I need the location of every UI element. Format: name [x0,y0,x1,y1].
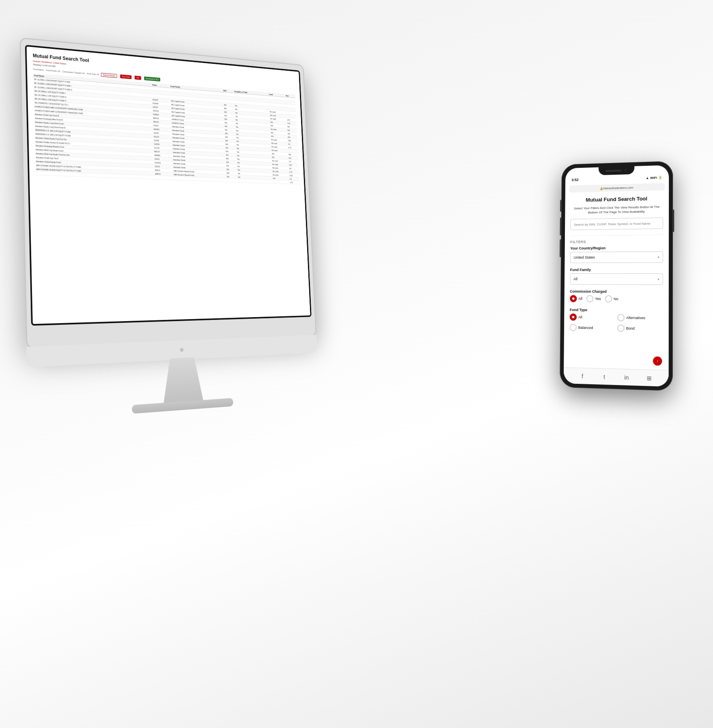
phone-device: 3:52 ▲ WiFi 🔋 🔒 interactivebrokers.com M… [560,161,673,391]
commission-no-label: No [613,297,618,301]
country-select-wrap: United States ▾ [570,252,663,263]
country-select[interactable]: United States ▾ [570,252,663,263]
chevron-down-icon: ▾ [658,255,659,259]
web-app-content: Mutual Fund Search Tool Investor Residen… [27,47,310,324]
notch-speaker [606,170,622,172]
phone-notch [598,166,634,175]
fund-type-bond[interactable]: Bond [617,325,663,333]
fund-family-select-wrap: All ▾ [570,273,663,285]
imac-housing: Mutual Fund Search Tool Investor Residen… [19,37,316,348]
investor-value: United States [53,61,66,65]
fund-type-all-radio[interactable] [570,313,577,321]
fund-type-bond-label: Bond [626,326,634,330]
funds-table: Fund Name Ticker Fund Family NAV Availab… [33,73,299,184]
fund-type-all-label: All [578,315,582,320]
fund-name-filter: Fund Name [33,68,44,71]
fund-type-alternatives[interactable]: Alternatives [617,314,663,322]
imac-device: Mutual Fund Search Tool Investor Residen… [19,37,334,481]
fund-type-bond-radio[interactable] [617,325,624,332]
phone-page-title: Mutual Fund Search Tool [571,195,663,203]
country-value: United States [574,256,595,260]
commission-all-label: All [578,297,582,301]
country-label: Your Country/Region [570,246,663,251]
commission-filter: Commission Charged: All [62,70,85,74]
divider-1 [570,235,663,236]
phone-housing: 3:52 ▲ WiFi 🔋 🔒 interactivebrokers.com M… [560,161,673,391]
phone-page-subtitle: Select Your Filters And Click The View R… [571,205,663,215]
mute-button [560,200,561,212]
refresh-results-button[interactable]: Refresh Results [101,73,117,78]
phone-bottom-bar: f t in ⊞ [564,367,669,387]
filters-section-label: FILTERS [570,239,663,244]
commission-label: Commission Charged [570,290,663,294]
front-camera [624,169,627,172]
fund-type-label: Fund Type [570,308,663,313]
fund-type-balanced-label: Balanced [578,326,593,330]
volume-up-button [560,218,561,235]
lock-icon: 🔒 [600,186,603,190]
commission-yes[interactable]: Yes [586,295,601,303]
fund-type-alternatives-radio[interactable] [617,314,624,322]
phone-url: interactivebrokers.com [603,186,633,190]
volume-down-button [560,239,561,257]
phone-address-bar[interactable]: 🔒 interactivebrokers.com [569,183,664,193]
commission-all-radio[interactable] [570,295,577,303]
fund-family-value: All [573,277,577,281]
imac-stand [162,357,204,406]
imac-camera [180,348,184,352]
commission-no-radio[interactable] [605,295,612,303]
power-button [673,210,674,232]
twitter-icon[interactable]: t [600,372,608,381]
fund-type-radio-grid: All Alternatives Balanced Bond [570,313,663,332]
fund-type-balanced-radio[interactable] [570,324,577,331]
sort-order-button[interactable]: Sort Order [120,74,132,79]
scroll-up-button[interactable]: ↑ [653,356,662,366]
phone-status-icons: ▲ WiFi 🔋 [646,176,662,180]
commission-radio-group: All Yes No [570,295,663,303]
fund-type-balanced[interactable]: Balanced [570,324,614,332]
fund-type-alternatives-label: Alternatives [626,316,645,320]
wifi-icon: WiFi [650,176,657,180]
share-icon[interactable]: ⊞ [645,374,653,382]
commission-yes-radio[interactable] [586,295,594,303]
imac-bezel: Mutual Fund Search Tool Investor Residen… [25,45,312,326]
facebook-icon[interactable]: f [578,372,586,380]
exit-button[interactable]: Exit [135,76,141,80]
phone-ui: 3:52 ▲ WiFi 🔋 🔒 interactivebrokers.com M… [564,173,669,387]
chevron-down-icon-2: ▾ [658,277,659,281]
commission-all[interactable]: All [570,295,582,303]
imac-display: Mutual Fund Search Tool Investor Residen… [27,47,310,324]
fund-family-select[interactable]: All ▾ [570,273,663,285]
phone-search-input[interactable] [571,218,663,230]
commission-yes-label: Yes [595,297,601,301]
battery-icon: 🔋 [658,176,662,179]
linkedin-icon[interactable]: in [622,373,630,382]
signal-icon: ▲ [646,176,649,180]
fund-type-all[interactable]: All [570,313,614,321]
fund-family-label: Fund Family [570,268,663,272]
commission-no[interactable]: No [605,295,618,303]
phone-time: 3:52 [571,178,578,182]
fund-type-filter: Fund Type: All [87,72,99,76]
phone-body: Mutual Fund Search Tool Select Your Filt… [564,192,669,372]
phone-screen: 3:52 ▲ WiFi 🔋 🔒 interactivebrokers.com M… [564,165,669,387]
fund-funds-filter: Fund Funds: All [46,69,60,73]
phone-status-bar: 3:52 ▲ WiFi 🔋 [565,173,669,184]
download-button[interactable]: Download to XLS [144,76,161,81]
